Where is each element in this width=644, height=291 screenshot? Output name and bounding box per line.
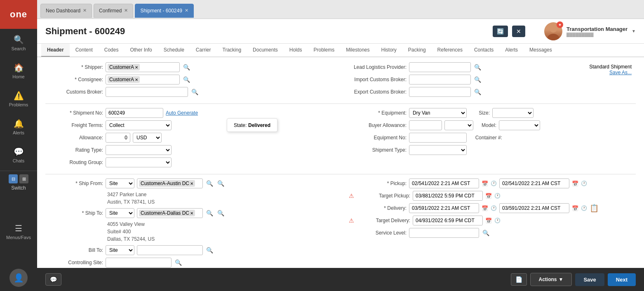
top-tab-dashboard-close[interactable]: ✕: [83, 8, 87, 13]
sidebar-item-search[interactable]: 🔍 Search: [0, 29, 37, 57]
top-tab-confirmed[interactable]: Confirmed ✕: [94, 4, 133, 18]
target-pickup-clock[interactable]: 🕐: [494, 193, 501, 199]
customs-broker-search-btn[interactable]: 🔍: [190, 89, 199, 95]
ship-to-search-btn1[interactable]: 🔍: [205, 210, 214, 216]
sidebar-item-alerts[interactable]: 🔔 Alerts: [0, 113, 37, 141]
pickup-calendar-2[interactable]: 📅: [572, 181, 578, 187]
ship-from-customer-input[interactable]: CustomerA-Austin DC ✕: [137, 178, 203, 188]
sidebar-item-menus[interactable]: ☰ Menus/Favs: [0, 218, 37, 246]
export-customs-input[interactable]: [409, 87, 471, 97]
target-pickup-input[interactable]: [413, 191, 483, 201]
delivery-input-2[interactable]: [499, 203, 569, 213]
ship-from-tag-close[interactable]: ✕: [190, 181, 193, 186]
pickup-clock-1[interactable]: 🕐: [491, 181, 497, 186]
top-tab-dashboard[interactable]: Neo Dashboard ✕: [40, 4, 92, 18]
tab-contacts[interactable]: Contacts: [468, 44, 499, 57]
tab-codes[interactable]: Codes: [99, 44, 125, 57]
consignee-tag-close[interactable]: ✕: [135, 77, 138, 82]
import-customs-search-btn[interactable]: 🔍: [473, 76, 482, 83]
allowance-input[interactable]: [106, 133, 130, 143]
target-delivery-clock[interactable]: 🕐: [494, 218, 501, 223]
bill-to-input[interactable]: [137, 245, 203, 255]
tab-packing[interactable]: Packing: [402, 44, 432, 57]
sidebar-item-chats[interactable]: 💬 Chats: [0, 141, 37, 169]
tab-content[interactable]: Content: [70, 44, 99, 57]
delivery-clock-2[interactable]: 🕐: [581, 205, 587, 211]
auto-generate-link[interactable]: Auto Generate: [166, 110, 198, 116]
menu-icon[interactable]: [529, 27, 540, 35]
tab-history[interactable]: History: [376, 44, 402, 57]
equipment-select[interactable]: Dry Van: [409, 108, 467, 118]
ship-to-search-btn2[interactable]: 🔍: [216, 210, 225, 216]
controlling-site-input[interactable]: [106, 258, 172, 268]
bill-to-search-btn[interactable]: 🔍: [205, 247, 214, 253]
sidebar-switch[interactable]: ⊟ ⊞ Switch: [0, 171, 37, 194]
shipment-type-select[interactable]: [409, 145, 467, 155]
pickup-calendar-1[interactable]: 📅: [482, 181, 488, 187]
chat-button[interactable]: 💬: [45, 273, 61, 286]
target-pickup-calendar[interactable]: 📅: [485, 193, 492, 199]
customs-broker-input[interactable]: [106, 87, 188, 97]
tab-documents[interactable]: Documents: [247, 44, 284, 57]
buyer-allowance-currency-select[interactable]: [444, 120, 473, 130]
equipment-no-input[interactable]: [409, 133, 467, 143]
tab-messages[interactable]: Messages: [524, 44, 558, 57]
bill-to-type-select[interactable]: Site: [106, 245, 134, 255]
routing-group-select[interactable]: [106, 157, 172, 167]
delivery-clock-1[interactable]: 🕐: [491, 205, 497, 211]
target-delivery-calendar[interactable]: 📅: [485, 218, 492, 224]
user-dropdown-arrow[interactable]: ▼: [632, 29, 636, 33]
export-customs-search-btn[interactable]: 🔍: [473, 89, 482, 95]
buyer-allowance-input[interactable]: [409, 120, 442, 130]
refresh-button[interactable]: 🔄: [493, 26, 508, 37]
tab-tracking[interactable]: Tracking: [217, 44, 247, 57]
app-logo[interactable]: one: [0, 0, 37, 29]
size-select[interactable]: [492, 108, 534, 118]
pickup-clock-2[interactable]: 🕐: [581, 181, 587, 186]
service-level-search-btn[interactable]: 🔍: [482, 230, 490, 236]
tab-schedule[interactable]: Schedule: [158, 44, 190, 57]
service-level-input[interactable]: [409, 228, 479, 238]
ship-to-tag-close[interactable]: ✕: [190, 211, 193, 216]
user-avatar-bottom[interactable]: 👤: [9, 269, 28, 287]
tab-references[interactable]: References: [432, 44, 468, 57]
allowance-currency-select[interactable]: USD: [133, 133, 162, 143]
ship-from-search-btn1[interactable]: 🔍: [205, 180, 214, 187]
controlling-site-search-btn[interactable]: 🔍: [174, 259, 183, 266]
save-button[interactable]: Save: [575, 273, 604, 286]
shipper-tag-close[interactable]: ✕: [135, 65, 138, 70]
delivery-input-1[interactable]: [409, 203, 479, 213]
target-delivery-input[interactable]: [413, 216, 483, 225]
shipper-input[interactable]: CustomerA ✕: [106, 62, 180, 72]
ship-to-customer-input[interactable]: CustomerA-Dallas DC ✕: [137, 208, 203, 218]
save-as-link[interactable]: Save As...: [589, 70, 632, 75]
shipment-no-input[interactable]: [106, 108, 163, 118]
shipper-search-btn[interactable]: 🔍: [182, 64, 191, 70]
model-select[interactable]: [499, 120, 540, 130]
next-button[interactable]: Next: [608, 273, 636, 286]
delivery-calendar-1[interactable]: 📅: [482, 205, 488, 211]
ship-from-type-select[interactable]: Site: [106, 178, 134, 188]
sidebar-item-problems[interactable]: ⚠️ Problems: [0, 85, 37, 113]
consignee-search-btn[interactable]: 🔍: [182, 76, 191, 83]
import-customs-input[interactable]: [409, 75, 471, 84]
rating-type-select[interactable]: [106, 145, 172, 155]
tab-carrier[interactable]: Carrier: [190, 44, 217, 57]
sidebar-item-home[interactable]: 🏠 Home: [0, 57, 37, 85]
lead-logistics-search-btn[interactable]: 🔍: [473, 64, 482, 70]
tab-alerts[interactable]: Alerts: [499, 44, 524, 57]
tab-other-info[interactable]: Other Info: [124, 44, 157, 57]
top-tab-confirmed-close[interactable]: ✕: [124, 8, 128, 13]
pickup-input-1[interactable]: [409, 178, 479, 188]
actions-button[interactable]: Actions ▼: [530, 273, 572, 286]
freight-terms-select[interactable]: Collect: [106, 120, 172, 130]
delivery-copy-icon[interactable]: 📋: [590, 204, 599, 213]
delivery-calendar-2[interactable]: 📅: [572, 205, 578, 211]
top-tab-shipment-close[interactable]: ✕: [185, 8, 188, 13]
consignee-input[interactable]: CustomerA ✕: [106, 75, 180, 84]
ship-from-search-btn2[interactable]: 🔍: [216, 180, 225, 187]
ship-to-type-select[interactable]: Site: [106, 208, 134, 218]
tab-holds[interactable]: Holds: [284, 44, 308, 57]
close-button[interactable]: ✕: [512, 26, 525, 37]
top-tab-shipment[interactable]: Shipment - 600249 ✕: [135, 4, 193, 18]
